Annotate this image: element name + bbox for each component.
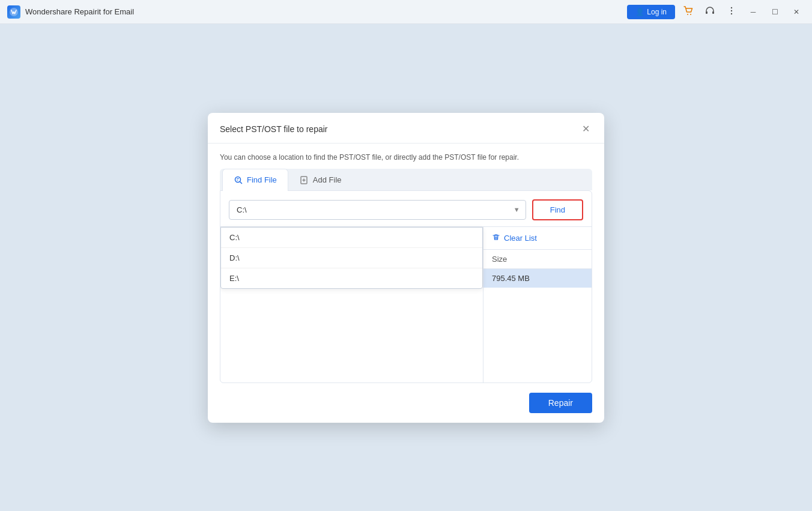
svg-point-6 <box>731 10 732 11</box>
maximize-button[interactable]: ☐ <box>766 4 783 20</box>
dropdown-item-d[interactable]: D:\ <box>221 248 482 268</box>
svg-point-7 <box>731 13 732 14</box>
result-area: C:\ D:\ E:\ Clear List <box>220 226 592 382</box>
svg-rect-9 <box>237 178 239 179</box>
minimize-icon: ─ <box>751 8 756 16</box>
headset-button[interactable] <box>701 4 718 20</box>
login-button[interactable]: 👤 Log in <box>627 5 675 19</box>
main-content: Select PST/OST file to repair ✕ You can … <box>0 24 812 511</box>
menu-icon <box>726 5 737 18</box>
close-window-icon: ✕ <box>793 8 799 16</box>
svg-rect-10 <box>237 180 238 180</box>
drive-select-wrapper: C:\ D:\ E:\ ▼ <box>229 200 526 220</box>
user-icon: 👤 <box>635 8 644 16</box>
trash-icon <box>492 233 500 243</box>
cart-button[interactable] <box>680 4 697 20</box>
size-header: Size <box>483 250 592 269</box>
tab-find-file[interactable]: Find File <box>222 169 288 191</box>
svg-point-2 <box>690 14 691 15</box>
minimize-button[interactable]: ─ <box>745 4 762 20</box>
titlebar-actions: 👤 Log in <box>627 4 805 20</box>
tab-bar: Find File Add File <box>220 169 592 190</box>
find-file-tab-label: Find File <box>247 175 277 184</box>
info-panel: Clear List Size 795.45 MB <box>483 227 592 382</box>
svg-rect-4 <box>712 11 714 14</box>
dialog-header: Select PST/OST file to repair ✕ <box>208 113 604 144</box>
titlebar: Wondershare Repairit for Email 👤 Log in <box>0 0 812 24</box>
dropdown-item-c[interactable]: C:\ <box>221 228 482 248</box>
dialog-close-icon: ✕ <box>582 123 590 135</box>
clear-list-button[interactable]: Clear List <box>483 227 592 250</box>
login-label: Log in <box>647 8 667 16</box>
dialog-close-button[interactable]: ✕ <box>579 122 592 136</box>
find-file-icon <box>234 175 243 185</box>
dialog-subtitle: You can choose a location to find the PS… <box>208 144 604 169</box>
app-title: Wondershare Repairit for Email <box>25 7 627 16</box>
menu-button[interactable] <box>723 4 740 20</box>
maximize-icon: ☐ <box>772 8 778 16</box>
search-row: C:\ D:\ E:\ ▼ Find <box>220 191 592 226</box>
find-button[interactable]: Find <box>532 199 583 220</box>
dialog: Select PST/OST file to repair ✕ You can … <box>208 113 604 423</box>
add-file-icon <box>300 175 309 185</box>
cart-icon <box>683 5 694 18</box>
dropdown-item-e[interactable]: E:\ <box>221 268 482 288</box>
dialog-footer: Repair <box>208 383 604 423</box>
drive-dropdown: C:\ D:\ E:\ <box>220 227 483 289</box>
app-logo <box>7 5 20 19</box>
repair-button[interactable]: Repair <box>529 393 592 413</box>
close-window-button[interactable]: ✕ <box>788 4 805 20</box>
clear-list-label: Clear List <box>504 234 537 243</box>
headset-icon <box>704 5 715 18</box>
svg-point-1 <box>687 14 688 15</box>
tab-add-file[interactable]: Add File <box>288 169 353 191</box>
size-value: 795.45 MB <box>483 269 592 288</box>
drive-select[interactable]: C:\ D:\ E:\ <box>229 200 526 220</box>
content-area: C:\ D:\ E:\ ▼ Find C:\ D:\ E:\ <box>220 190 592 383</box>
file-list-panel: C:\ D:\ E:\ <box>220 227 483 382</box>
add-file-tab-label: Add File <box>313 175 342 184</box>
dialog-title: Select PST/OST file to repair <box>220 124 327 134</box>
svg-rect-3 <box>706 11 707 14</box>
svg-point-5 <box>731 7 732 8</box>
